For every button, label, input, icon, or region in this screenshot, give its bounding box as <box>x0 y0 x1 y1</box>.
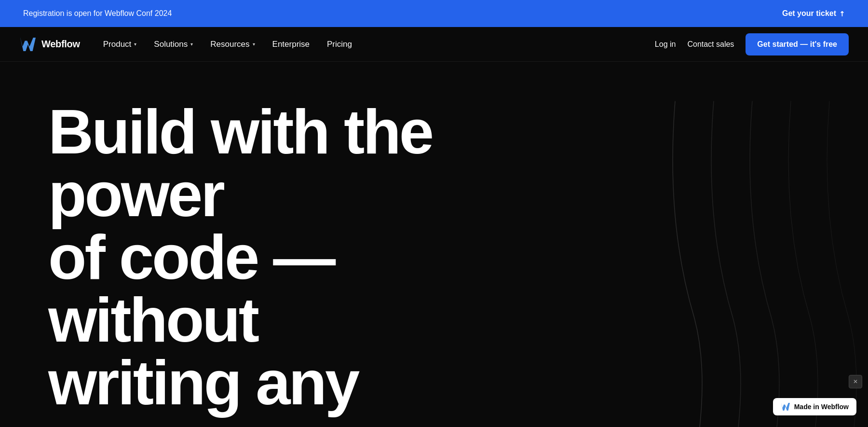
webflow-logo-icon <box>19 38 37 51</box>
nav-item-enterprise[interactable]: Enterprise <box>265 36 317 53</box>
nav-item-resources[interactable]: Resources ▾ <box>203 36 262 53</box>
navbar: Webflow Product ▾ Solutions ▾ Resources … <box>0 27 868 62</box>
nav-item-solutions[interactable]: Solutions ▾ <box>146 36 201 53</box>
announcement-link-label: Get your ticket <box>782 9 836 18</box>
announcement-banner: Registration is open for Webflow Conf 20… <box>0 0 868 27</box>
nav-left: Webflow Product ▾ Solutions ▾ Resources … <box>19 36 360 53</box>
made-in-webflow-label: Made in Webflow <box>794 403 849 411</box>
logo-text: Webflow <box>41 39 80 50</box>
hero-headline-line3: writing any <box>48 347 358 418</box>
announcement-text: Registration is open for Webflow Conf 20… <box>23 9 172 18</box>
external-link-icon: ↗ <box>837 9 847 18</box>
hero-content: Build with the power of code — without w… <box>48 100 530 427</box>
made-in-webflow-badge[interactable]: Made in Webflow <box>773 398 856 415</box>
nav-item-resources-label: Resources <box>210 40 249 49</box>
hero-headline-line2: of code — without <box>48 222 334 355</box>
login-link[interactable]: Log in <box>655 40 676 49</box>
nav-item-pricing[interactable]: Pricing <box>319 36 360 53</box>
nav-items: Product ▾ Solutions ▾ Resources ▾ Enterp… <box>95 36 360 53</box>
get-started-button[interactable]: Get started — it's free <box>746 33 849 55</box>
nav-right: Log in Contact sales Get started — it's … <box>655 33 849 55</box>
announcement-link[interactable]: Get your ticket ↗ <box>782 9 845 18</box>
corner-close-button[interactable]: ✕ <box>849 375 862 388</box>
hero-section: Build with the power of code — without w… <box>0 62 868 427</box>
nav-item-pricing-label: Pricing <box>327 40 352 49</box>
webflow-mini-logo-icon <box>781 403 790 411</box>
close-icon: ✕ <box>853 378 858 385</box>
nav-item-solutions-label: Solutions <box>154 40 188 49</box>
contact-sales-link[interactable]: Contact sales <box>687 40 734 49</box>
chevron-down-icon-resources: ▾ <box>253 41 255 47</box>
hero-headline: Build with the power of code — without w… <box>48 100 530 414</box>
logo[interactable]: Webflow <box>19 38 80 51</box>
nav-item-enterprise-label: Enterprise <box>272 40 310 49</box>
hero-headline-line1: Build with the power <box>48 96 432 230</box>
chevron-down-icon-solutions: ▾ <box>190 41 193 47</box>
nav-item-product[interactable]: Product ▾ <box>95 36 145 53</box>
nav-item-product-label: Product <box>103 40 132 49</box>
chevron-down-icon-product: ▾ <box>134 41 136 47</box>
